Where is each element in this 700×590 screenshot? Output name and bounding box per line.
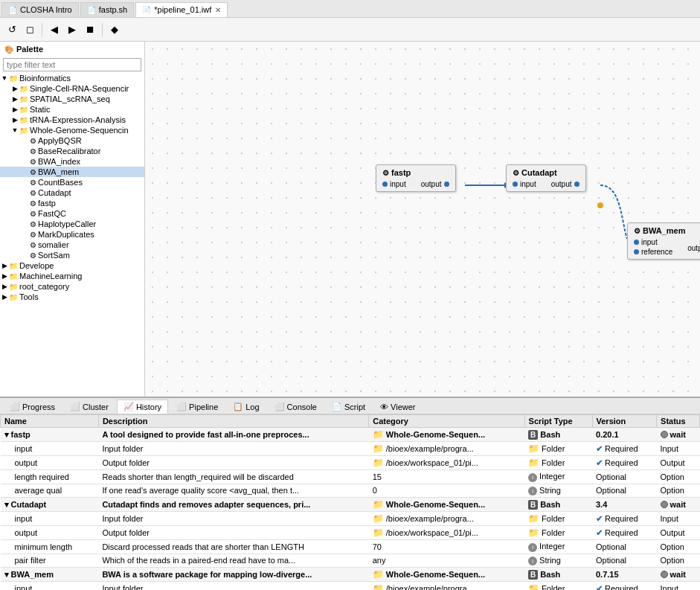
tree-item-tools[interactable]: ▶📁Tools bbox=[0, 292, 144, 302]
tree-item-countbases[interactable]: ⚙CountBases bbox=[0, 177, 144, 187]
table-row[interactable]: inputInput folder📁 /bioex/example/progra… bbox=[1, 512, 700, 526]
tree-item-bwamem[interactable]: ⚙BWA_mem bbox=[0, 167, 144, 177]
wf-node-fastp-label: fastp bbox=[391, 168, 411, 177]
wf-port-label-fastp-out: output bbox=[421, 180, 442, 188]
tree-item-static[interactable]: ▶📁Static bbox=[0, 104, 144, 115]
check-icon: ✔ bbox=[596, 514, 603, 523]
bash-icon: B bbox=[528, 570, 538, 580]
tab-icon-fastp: 📄 bbox=[87, 6, 96, 14]
tree-item-single-cell[interactable]: ▶📁Single-Cell-RNA-Sequencir bbox=[0, 83, 144, 94]
tree-toggle-develope[interactable]: ▶ bbox=[0, 262, 9, 269]
table-row[interactable]: ▾ BWA_memBWA is a software package for m… bbox=[1, 568, 700, 582]
table-cell-name: input bbox=[1, 512, 99, 526]
tree-item-trna[interactable]: ▶📁tRNA-Expression-Analysis bbox=[0, 115, 144, 125]
bottom-tab-history-label: History bbox=[136, 403, 161, 411]
tree-item-bwaindex[interactable]: ⚙BWA_index bbox=[0, 156, 144, 167]
bottom-tab-bar: ⬜ Progress ⬜ Cluster 📈 History ⬜ Pipelin… bbox=[0, 398, 700, 414]
tree-item-applybqsr[interactable]: ⚙ApplyBQSR bbox=[0, 135, 144, 146]
wf-port-bwamem-reference: reference bbox=[634, 248, 672, 256]
tree-toggle-machinelearning[interactable]: ▶ bbox=[0, 272, 9, 280]
tree-toggle-wgs[interactable]: ▼ bbox=[10, 126, 19, 134]
tree-item-fastqc[interactable]: ⚙FastQC bbox=[0, 208, 144, 219]
tree-toggle-static[interactable]: ▶ bbox=[10, 106, 19, 113]
table-cell-version: ✔ Required bbox=[592, 512, 657, 526]
bottom-tab-cluster-label: Cluster bbox=[83, 403, 109, 411]
toolbar-extra-btn[interactable]: ◆ bbox=[106, 22, 123, 38]
table-row[interactable]: ▾ fastpA tool designed to provide fast a… bbox=[1, 428, 700, 442]
table-cell-name: output bbox=[1, 456, 99, 470]
bottom-tab-progress[interactable]: ⬜ Progress bbox=[3, 400, 62, 414]
table-row[interactable]: outputOutput folder📁 /bioex/workspace_01… bbox=[1, 456, 700, 470]
category-text: /bioex/workspace_01/pi... bbox=[386, 458, 478, 467]
tree-item-rootcat[interactable]: ▶📁root_category bbox=[0, 281, 144, 292]
wf-port-cutadapt-input: input bbox=[513, 180, 536, 188]
toolbar-halt-btn[interactable]: ⏹ bbox=[82, 22, 98, 38]
bottom-tab-log-label: Log bbox=[245, 403, 259, 411]
table-cell-category: 📁 Whole-Genome-Sequen... bbox=[369, 428, 524, 442]
table-cell-desc: Input folder bbox=[98, 582, 368, 591]
tree-item-develope[interactable]: ▶📁Develope bbox=[0, 260, 144, 271]
version-text: Required bbox=[605, 444, 638, 453]
tree-item-machinelearning[interactable]: ▶📁MachineLearning bbox=[0, 271, 144, 281]
toolbar-run-btn[interactable]: ▶ bbox=[64, 22, 80, 38]
table-cell-version: Optional bbox=[592, 540, 657, 554]
tree-item-baserecal[interactable]: ⚙BaseRecalibrator bbox=[0, 146, 144, 156]
table-cell-scripttype: 📁 Folder bbox=[524, 582, 592, 591]
tree-item-cutadapt2[interactable]: ⚙Cutadapt bbox=[0, 187, 144, 198]
tab-close-pipeline[interactable]: ✕ bbox=[215, 6, 221, 14]
wf-node-cutadapt[interactable]: ⚙ Cutadapt input output bbox=[506, 164, 586, 192]
tree-toggle-spatial[interactable]: ▶ bbox=[10, 95, 19, 103]
tree-item-haplotype[interactable]: ⚙HaplotypeCaller bbox=[0, 219, 144, 229]
palette-filter-input[interactable] bbox=[3, 58, 141, 71]
col-header-version: Version bbox=[592, 415, 657, 428]
bottom-tab-viewer[interactable]: 👁 Viewer bbox=[373, 400, 422, 414]
tree-label-bwamem: BWA_mem bbox=[38, 167, 79, 176]
bottom-tab-console[interactable]: ⬜ Console bbox=[268, 400, 324, 414]
child-label: average qual bbox=[4, 486, 62, 495]
bash-icon: B bbox=[528, 500, 538, 510]
main-area: 🎨 Palette ▼📁Bioinformatics▶📁Single-Cell-… bbox=[0, 42, 700, 397]
bottom-tab-log[interactable]: 📋 Log bbox=[226, 400, 266, 414]
table-row[interactable]: ▾ CutadaptCutadapt finds and removes ada… bbox=[1, 498, 700, 512]
tree-toggle-tools[interactable]: ▶ bbox=[0, 293, 9, 301]
table-cell-version: ✔ Required bbox=[592, 582, 657, 591]
table-row[interactable]: outputOutput folder📁 /bioex/workspace_01… bbox=[1, 526, 700, 540]
table-cell-scripttype: B Bash bbox=[524, 428, 592, 442]
bottom-tab-script[interactable]: 📄 Script bbox=[325, 400, 372, 414]
table-row[interactable]: inputInput folder📁 /bioex/example/progra… bbox=[1, 442, 700, 456]
tree-toggle-rootcat[interactable]: ▶ bbox=[0, 283, 9, 290]
tree-toggle-trna[interactable]: ▶ bbox=[10, 116, 19, 124]
tree-item-markdup[interactable]: ⚙MarkDuplicates bbox=[0, 229, 144, 240]
tree-item-sortsam[interactable]: ⚙SortSam bbox=[0, 250, 144, 260]
table-row[interactable]: minimum lengthDiscard processed reads th… bbox=[1, 540, 700, 554]
tree-item-wgs[interactable]: ▼📁Whole-Genome-Sequencin bbox=[0, 125, 144, 135]
tree-item-spatial[interactable]: ▶📁SPATIAL_scRNA_seq bbox=[0, 94, 144, 104]
table-row[interactable]: pair filterWhich of the reads in a paire… bbox=[1, 554, 700, 568]
bottom-tab-pipeline[interactable]: ⬜ Pipeline bbox=[170, 400, 225, 414]
bottom-tab-history[interactable]: 📈 History bbox=[117, 400, 168, 414]
wf-node-bwamem[interactable]: ⚙ BWA_mem input reference bbox=[627, 222, 700, 260]
toolbar-stop-btn[interactable]: ◻ bbox=[22, 22, 38, 38]
scripttype-text: Bash bbox=[540, 430, 560, 439]
table-cell-category: 📁 /bioex/workspace_01/pi... bbox=[369, 456, 524, 470]
tree-toggle-single-cell[interactable]: ▶ bbox=[10, 85, 19, 92]
table-row[interactable]: inputInput folder📁 /bioex/example/progra… bbox=[1, 582, 700, 591]
tree-container: ▼📁Bioinformatics▶📁Single-Cell-RNA-Sequen… bbox=[0, 73, 144, 397]
tree-item-somalier[interactable]: ⚙somalier bbox=[0, 240, 144, 250]
wf-port-label-fastp-in: input bbox=[390, 180, 406, 188]
table-cell-desc: If one read's average quality score <avg… bbox=[98, 484, 368, 498]
table-row[interactable]: average qualIf one read's average qualit… bbox=[1, 484, 700, 498]
toolbar-refresh-btn[interactable]: ↺ bbox=[4, 22, 20, 38]
tab-closha-intro[interactable]: 📄 CLOSHA Intro bbox=[1, 2, 79, 17]
wf-port-dot-fastp-in bbox=[382, 182, 388, 187]
tab-fastp[interactable]: 📄 fastp.sh bbox=[80, 2, 135, 17]
tab-pipeline[interactable]: 📄 *pipeline_01.iwf ✕ bbox=[135, 2, 228, 17]
tree-toggle-bioinformatics[interactable]: ▼ bbox=[0, 74, 9, 82]
toolbar-back-btn[interactable]: ◀ bbox=[46, 22, 62, 38]
wf-node-fastp[interactable]: ⚙ fastp input output bbox=[376, 164, 456, 192]
tree-item-fastp2[interactable]: ⚙fastp bbox=[0, 198, 144, 208]
table-row[interactable]: length requiredReads shorter than length… bbox=[1, 470, 700, 484]
tree-item-bioinformatics[interactable]: ▼📁Bioinformatics bbox=[0, 73, 144, 83]
bottom-tab-cluster[interactable]: ⬜ Cluster bbox=[63, 400, 115, 414]
canvas-area[interactable]: ⚙ fastp input output ⚙ bbox=[145, 42, 700, 397]
